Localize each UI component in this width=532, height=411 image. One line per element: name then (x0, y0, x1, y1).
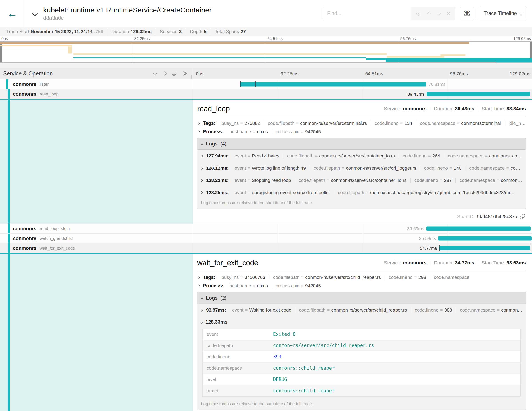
tag-field: code.namespace (430, 275, 473, 280)
expand-all-icon[interactable] (182, 72, 186, 75)
span-row-wait-for-exit-code[interactable]: conmonrs wait_for_exit_code 34.77ms (0, 243, 532, 253)
collapse-all-icon[interactable] (173, 71, 175, 76)
locate-icon[interactable] (416, 11, 421, 16)
span-detail-wait-for-exit-code: wait_for_exit_code Service:conmonrs Dura… (0, 253, 532, 411)
span-row-watch-grandchild[interactable]: conmonrs watch_grandchild 35.58ms (0, 234, 532, 243)
span-id-value: 5faf48165428c37a (477, 214, 517, 220)
log-entry[interactable]: 128.22ms: event=Stopping read loop code.… (198, 174, 526, 186)
logs-header[interactable]: Logs (2) (198, 293, 526, 304)
find-prev-icon[interactable] (427, 11, 431, 15)
trace-summary-bar: Trace StartNovember 15 2022, 11:24:14.75… (0, 27, 532, 36)
chevron-right-icon (197, 284, 200, 287)
span-timeline-cell[interactable]: 39.69ms (193, 224, 532, 233)
span-service: conmonrs (13, 81, 36, 87)
command-icon: ⌘ (464, 9, 471, 18)
kv-row: targetconmonrs::child_reaper (203, 385, 521, 397)
axis-tick: 0μs (1, 36, 8, 41)
logs-header[interactable]: Logs (4) (198, 138, 526, 150)
logs-footnote: Log timestamps are relative to the start… (198, 198, 526, 209)
span-row-read-loop-stdin[interactable]: conmonrs read_loop_stdin 39.69ms (0, 224, 532, 234)
log-entry[interactable]: 127.94ms: event=Read 4 bytes code.filepa… (198, 150, 526, 162)
span-accent-bar (8, 224, 10, 233)
minimap-gap (0, 63, 532, 68)
chevron-right-icon (200, 167, 203, 170)
detail-left-gutter (0, 254, 193, 411)
logs-count: (2) (220, 295, 227, 301)
view-options-button[interactable]: Trace Timeline (479, 7, 527, 20)
log-entry[interactable]: 128.12ms: event=Wrote log line of length… (198, 162, 526, 174)
keyboard-shortcuts-button[interactable]: ⌘ (460, 7, 474, 20)
kv-row: code.filepathconmon−rs/server/src/child_… (203, 340, 521, 351)
back-button[interactable]: ← (0, 0, 25, 27)
span-duration-label: 35.58ms (419, 236, 436, 241)
span-name-cell[interactable]: conmonrs read_loop_stdin (0, 224, 193, 233)
page-title: kubelet: runtime.v1.RuntimeService/Creat… (43, 6, 212, 14)
log-timestamp: 128.33ms (205, 319, 228, 325)
span-name-cell[interactable]: conmonrs read_loop (0, 89, 193, 99)
expand-one-icon[interactable] (163, 72, 166, 75)
divider (197, 271, 526, 271)
process-section[interactable]: Process: host.name=nixos process.pid=942… (197, 129, 526, 135)
span-service: conmonrs (13, 245, 36, 251)
minimap-axis: 0μs 32.25ms 64.51ms 96.76ms 129.02ms (0, 36, 532, 41)
log-entry[interactable]: 128.25ms: event=deregistering event sour… (198, 186, 526, 198)
tag-field: code.filepath=conmon-rs/server/src/termi… (264, 121, 371, 126)
minimap-canvas[interactable] (0, 41, 532, 62)
span-bar[interactable] (427, 92, 530, 96)
axis-tick: 96.76ms (400, 36, 416, 41)
span-timeline-cell[interactable]: 70.91ms (193, 79, 532, 89)
span-service: conmonrs (13, 91, 36, 97)
find-clear-icon[interactable]: × (447, 10, 450, 17)
span-accent-bar (6, 79, 8, 89)
service-operation-header: Service & Operation ∥ (0, 68, 193, 79)
link-icon[interactable] (520, 214, 525, 220)
process-section[interactable]: Process: host.name=nixos process.pid=942… (197, 283, 526, 289)
span-bar[interactable] (439, 246, 531, 250)
header-actions: × ⌘ Trace Timeline (323, 7, 532, 20)
find-input[interactable] (323, 7, 411, 20)
tag-field: code.lineno=134 (371, 121, 416, 126)
span-bar[interactable] (426, 226, 531, 231)
process-field: process.pid=942045 (272, 283, 324, 288)
span-bar[interactable] (438, 236, 532, 240)
expanded-log-header[interactable]: 128.33ms (198, 316, 526, 328)
span-name-cell[interactable]: conmonrs wait_for_exit_code (0, 243, 193, 253)
axis-tick: 32.25ms (134, 36, 150, 41)
logs-footnote: Log timestamps are relative to the start… (198, 400, 526, 410)
span-timeline-cell[interactable]: 34.77ms (193, 243, 532, 253)
tag-field: code.filepath=conmon-rs/server/src/child… (269, 275, 385, 280)
span-timeline-cell[interactable]: 39.43ms (193, 89, 532, 99)
chevron-right-icon (200, 191, 203, 194)
summary-duration: Duration129.02ms (107, 29, 156, 34)
trace-minimap[interactable] (0, 41, 532, 63)
span-operation: read_loop_stdin (40, 226, 70, 231)
kv-row: eventExited 0 (203, 329, 521, 340)
span-name-cell[interactable]: conmonrs listen (0, 79, 193, 89)
trace-collapse-toggle[interactable] (33, 11, 37, 16)
process-field: host.name=nixos (226, 283, 272, 288)
timeline-tick: 0μs (196, 71, 203, 76)
span-operation: read_loop (40, 92, 58, 97)
span-bar[interactable] (240, 82, 426, 86)
span-row-listen[interactable]: conmonrs listen 70.91ms (0, 79, 532, 89)
span-row-read-loop[interactable]: conmonrs read_loop 39.43ms (0, 89, 532, 99)
span-timeline-cell[interactable]: 35.58ms (193, 234, 532, 243)
tags-section[interactable]: Tags: busy_ns=34506763 code.filepath=con… (197, 274, 526, 280)
find-control: × (323, 7, 456, 20)
logs-box: Logs (2) 93.87ms: event=Waiting for exit… (197, 292, 526, 410)
log-entry[interactable]: 93.87ms: event=Waiting for exit code cod… (198, 304, 526, 316)
span-duration-label: 39.43ms (407, 91, 424, 97)
column-resizer[interactable]: ∥ (190, 75, 193, 79)
tags-section[interactable]: Tags: busy_ns=273882 code.filepath=conmo… (197, 120, 526, 126)
tag-field: code.namespace=conmonrs::terminal (416, 121, 505, 126)
process-field: host.name=nixos (226, 129, 272, 134)
span-operation: watch_grandchild (40, 236, 73, 241)
span-accent-bar (8, 89, 10, 99)
find-next-icon[interactable] (437, 11, 441, 15)
chevron-down-icon (200, 297, 203, 300)
service-operation-title: Service & Operation (3, 70, 53, 77)
span-name-cell[interactable]: conmonrs watch_grandchild (0, 234, 193, 243)
detail-start-time: Start Time:93.63ms (478, 260, 526, 266)
collapse-one-icon[interactable] (153, 72, 156, 75)
span-duration-label: 34.77ms (420, 245, 437, 251)
